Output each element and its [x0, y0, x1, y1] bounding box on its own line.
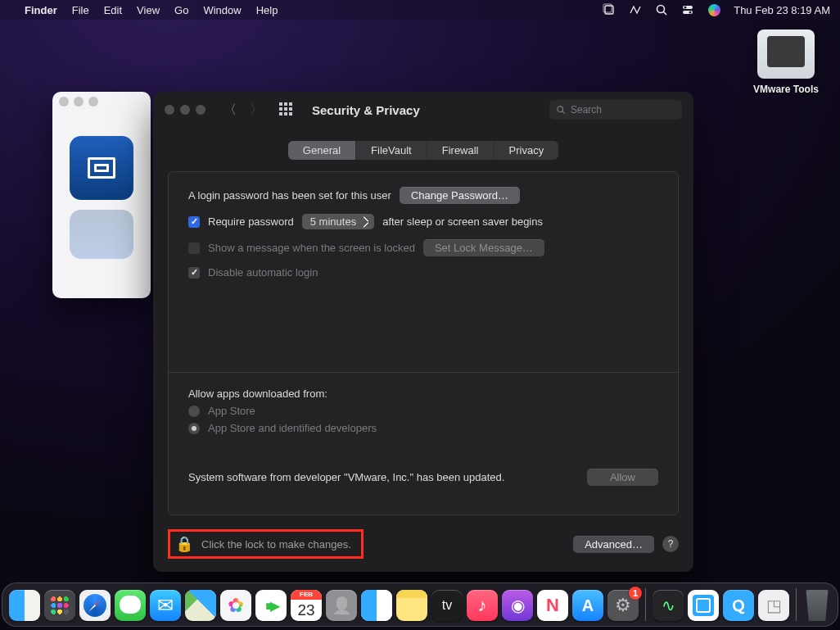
- svg-point-5: [684, 7, 687, 9]
- radio-app-store: [188, 406, 200, 417]
- stage-manager-icon[interactable]: [603, 3, 616, 16]
- close-button[interactable]: [165, 105, 174, 115]
- set-lock-message-button: Set Lock Message…: [423, 239, 544, 256]
- lock-label: Click the lock to make changes.: [201, 538, 351, 551]
- vm-status-icon[interactable]: [629, 3, 642, 16]
- vmware-installer-icon[interactable]: [70, 136, 133, 200]
- show-message-label: Show a message when the screen is locked: [208, 242, 415, 254]
- login-password-label: A login password has been set for this u…: [188, 189, 391, 202]
- finder-window[interactable]: [52, 92, 151, 298]
- tab-firewall[interactable]: Firewall: [427, 141, 494, 160]
- show-message-checkbox: [188, 242, 200, 254]
- require-password-checkbox[interactable]: [188, 216, 200, 228]
- help-button[interactable]: ?: [662, 536, 679, 552]
- lock-icon: 🔒: [175, 537, 193, 551]
- svg-point-2: [657, 6, 665, 13]
- menu-window[interactable]: Window: [203, 4, 241, 16]
- forward-button[interactable]: 〉: [250, 102, 263, 119]
- change-password-button[interactable]: Change Password…: [400, 187, 520, 204]
- dock-trash[interactable]: [803, 590, 831, 621]
- tab-privacy[interactable]: Privacy: [495, 141, 559, 160]
- dock-news[interactable]: [537, 590, 568, 621]
- control-center-icon[interactable]: [681, 3, 694, 16]
- titlebar: 〈 〉 Security & Privacy Search: [153, 92, 693, 128]
- dock-maps[interactable]: [185, 590, 216, 621]
- disk-icon: [757, 29, 815, 79]
- zoom-button[interactable]: [196, 105, 205, 115]
- menu-edit[interactable]: Edit: [104, 4, 122, 16]
- menu-file[interactable]: File: [72, 4, 89, 16]
- dock-music[interactable]: [467, 590, 498, 621]
- dock-launchpad[interactable]: [44, 590, 75, 621]
- dock-divider: [645, 588, 646, 621]
- menu-view[interactable]: View: [137, 4, 160, 16]
- search-field[interactable]: Search: [549, 100, 682, 120]
- clock[interactable]: Thu Feb 23 8:19 AM: [734, 4, 830, 16]
- traffic-lights: [165, 105, 205, 115]
- allow-apps-label: Allow apps downloaded from:: [188, 388, 327, 400]
- dock-screenshot[interactable]: [688, 590, 719, 621]
- menu-help[interactable]: Help: [256, 4, 278, 16]
- minimize-button[interactable]: [74, 97, 84, 107]
- search-placeholder: Search: [571, 104, 602, 116]
- advanced-button[interactable]: Advanced…: [573, 536, 654, 553]
- svg-point-6: [689, 11, 692, 14]
- tab-general[interactable]: General: [288, 141, 355, 160]
- dock-facetime[interactable]: [255, 590, 287, 621]
- window-title: Security & Privacy: [312, 103, 540, 117]
- dock-tv[interactable]: [431, 590, 463, 621]
- desktop-icon-label: VMware Tools: [748, 84, 824, 95]
- radio-identified-devs-label: App Store and identified developers: [208, 422, 377, 434]
- radio-identified-devs: [188, 423, 200, 434]
- dock-safari[interactable]: [79, 590, 111, 621]
- tab-bar: General FileVault Firewall Privacy: [288, 141, 558, 160]
- update-badge: 1: [629, 587, 642, 600]
- desktop-icon-vmware-tools[interactable]: VMware Tools: [748, 29, 824, 95]
- dock-activity-monitor[interactable]: [653, 590, 684, 621]
- search-icon: [556, 105, 566, 115]
- dock-calendar[interactable]: 23: [291, 590, 322, 621]
- app-menu[interactable]: Finder: [25, 4, 57, 16]
- system-preferences-window: 〈 〉 Security & Privacy Search General Fi…: [153, 92, 693, 572]
- menu-bar: Finder File Edit View Go Window Help Thu…: [0, 0, 840, 20]
- menu-go[interactable]: Go: [174, 4, 188, 16]
- dock-quicktime[interactable]: [723, 590, 754, 621]
- tab-filevault[interactable]: FileVault: [356, 141, 427, 160]
- dock-app-store[interactable]: [572, 590, 603, 621]
- dock-photos[interactable]: [220, 590, 251, 621]
- require-password-delay-select[interactable]: 5 minutes: [302, 214, 374, 229]
- require-password-label: Require password: [208, 215, 294, 228]
- dock-messages[interactable]: [115, 590, 146, 621]
- close-button[interactable]: [59, 97, 69, 107]
- dock-vmware-installer[interactable]: [758, 590, 789, 621]
- svg-point-7: [558, 107, 563, 112]
- dock-mail[interactable]: [150, 590, 181, 621]
- disable-auto-login-label: Disable automatic login: [208, 266, 318, 279]
- radio-app-store-label: App Store: [208, 405, 255, 417]
- dock-contacts[interactable]: [326, 590, 357, 621]
- lock-button[interactable]: 🔒 Click the lock to make changes.: [175, 537, 351, 551]
- allow-button: Allow: [587, 469, 658, 486]
- spotlight-icon[interactable]: [655, 3, 668, 16]
- after-sleep-label: after sleep or screen saver begins: [382, 215, 543, 228]
- traffic-lights: [59, 97, 98, 107]
- general-panel: A login password has been set for this u…: [168, 171, 679, 515]
- back-button[interactable]: 〈: [224, 102, 237, 119]
- dock: 23 1: [2, 582, 838, 627]
- dock-finder[interactable]: [9, 590, 40, 621]
- dock-system-preferences[interactable]: 1: [607, 590, 639, 621]
- dock-notes[interactable]: [396, 590, 427, 621]
- dock-reminders[interactable]: [361, 590, 392, 621]
- dock-divider: [796, 588, 797, 621]
- zoom-button[interactable]: [88, 97, 98, 107]
- tutorial-highlight: 🔒 Click the lock to make changes.: [168, 529, 364, 559]
- system-software-notice: System software from developer "VMware, …: [188, 471, 504, 483]
- disable-auto-login-checkbox: [188, 267, 200, 279]
- dock-podcasts[interactable]: [502, 590, 533, 621]
- siri-icon[interactable]: [707, 3, 720, 16]
- minimize-button[interactable]: [180, 105, 190, 115]
- show-all-button[interactable]: [279, 102, 294, 117]
